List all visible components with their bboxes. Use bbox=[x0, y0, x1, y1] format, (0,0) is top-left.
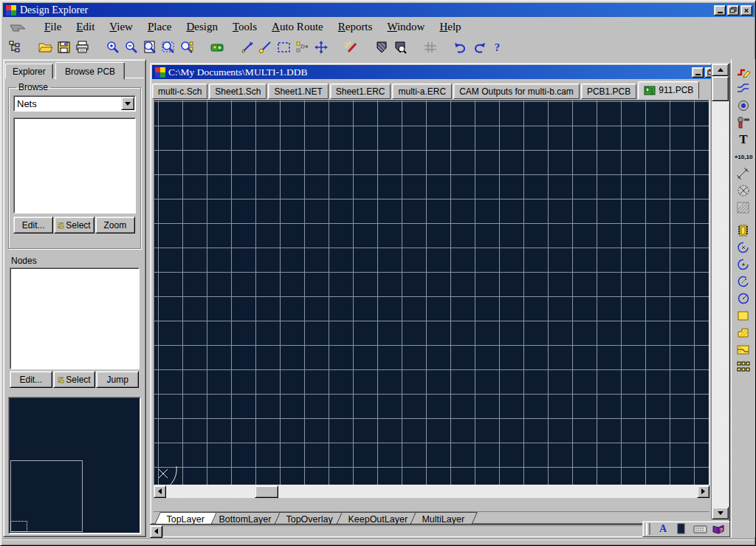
circle-icon[interactable] bbox=[734, 290, 753, 307]
move-icon[interactable] bbox=[312, 39, 330, 55]
outer-scroll-left-button[interactable] bbox=[150, 525, 162, 538]
menu-edit[interactable]: Edit bbox=[69, 19, 102, 35]
library-icon[interactable] bbox=[372, 39, 391, 55]
redo-icon[interactable] bbox=[470, 39, 488, 55]
split-plane-icon[interactable] bbox=[734, 341, 753, 358]
doc-tab-sheet1-sch[interactable]: Sheet1.Sch bbox=[209, 83, 267, 99]
toolbar-grip[interactable] bbox=[646, 523, 650, 535]
doc-tab-cam-outputs-for-multi-b-cam[interactable]: CAM Outputs for multi-b.cam bbox=[453, 83, 580, 99]
grid-icon[interactable] bbox=[421, 39, 439, 55]
pcb-horizontal-scrollbar[interactable] bbox=[154, 485, 709, 498]
menu-view[interactable]: View bbox=[102, 19, 140, 35]
title-bar[interactable]: Design Explorer × bbox=[3, 3, 755, 17]
coordinate-icon[interactable]: +10,10 bbox=[734, 149, 753, 165]
cutout-icon[interactable] bbox=[734, 182, 753, 199]
help-book-icon[interactable]: ? bbox=[710, 522, 726, 536]
menu-file[interactable]: File bbox=[37, 19, 69, 35]
layer-tab-multilayer[interactable]: MultiLayer bbox=[408, 512, 477, 524]
dimension-icon[interactable] bbox=[734, 165, 753, 182]
zoom-in-icon[interactable] bbox=[103, 39, 122, 55]
nets-zoom-button[interactable]: Zoom bbox=[95, 216, 135, 233]
string-icon[interactable]: T bbox=[734, 132, 753, 148]
component-icon[interactable] bbox=[734, 222, 753, 239]
menu-design[interactable]: Design bbox=[179, 19, 225, 35]
zoom-out-icon[interactable] bbox=[122, 39, 140, 55]
cutter-icon[interactable] bbox=[238, 39, 256, 55]
vertical-scroll-thumb[interactable] bbox=[712, 76, 729, 101]
pcb-vertical-scrollbar[interactable] bbox=[711, 64, 729, 519]
cross-probe-icon[interactable] bbox=[207, 39, 226, 55]
layer-tab-bottomlayer[interactable]: BottomLayer bbox=[206, 512, 285, 524]
keyboard-icon[interactable] bbox=[692, 522, 708, 536]
help-icon[interactable]: ? bbox=[488, 39, 506, 55]
doc-tab-sheet1-net[interactable]: Sheet1.NET bbox=[268, 83, 328, 99]
wizard-icon[interactable] bbox=[342, 39, 360, 55]
pad-icon[interactable] bbox=[734, 98, 753, 114]
tab-browse-pcb[interactable]: Browse PCB bbox=[55, 62, 125, 80]
browse-mode-select[interactable]: Nets bbox=[13, 95, 136, 112]
scroll-left-button[interactable] bbox=[154, 485, 166, 498]
document-title-bar[interactable]: C:\My Documents\MULTI-1.DDB bbox=[152, 65, 728, 79]
minimize-button[interactable] bbox=[714, 5, 726, 16]
nodes-select-button[interactable]: Select bbox=[53, 371, 96, 388]
menu-reports[interactable]: Reports bbox=[331, 19, 380, 35]
doc-tab-pcb1-pcb[interactable]: PCB1.PCB bbox=[581, 83, 636, 99]
paste-array-icon[interactable] bbox=[734, 358, 753, 375]
open-document-icon[interactable] bbox=[36, 39, 55, 55]
layer-tab-toplayer[interactable]: TopLayer bbox=[154, 512, 217, 524]
menu-place[interactable]: Place bbox=[140, 19, 179, 35]
nets-edit-button[interactable]: Edit... bbox=[13, 216, 53, 233]
menu-window[interactable]: Window bbox=[379, 19, 432, 35]
letter-a-icon[interactable]: A bbox=[655, 522, 671, 536]
menu-help[interactable]: Help bbox=[432, 19, 468, 35]
arc-edge-icon[interactable] bbox=[734, 239, 753, 256]
zoom-selection-icon[interactable] bbox=[177, 39, 196, 55]
deselect-icon[interactable] bbox=[293, 39, 312, 55]
print-icon[interactable] bbox=[73, 39, 92, 55]
doc-tab-sheet1-erc[interactable]: Sheet1.ERC bbox=[330, 83, 391, 99]
close-button[interactable]: × bbox=[740, 5, 752, 16]
nets-select-button[interactable]: Select bbox=[54, 216, 94, 233]
doc-tab-multi-a-erc[interactable]: multi-a.ERC bbox=[392, 83, 452, 99]
library-browse-icon[interactable] bbox=[391, 39, 409, 55]
minimap-viewport[interactable] bbox=[10, 521, 27, 532]
interactive-routing-icon[interactable] bbox=[734, 64, 753, 80]
probe-icon[interactable] bbox=[256, 39, 275, 55]
arc-angle-icon[interactable] bbox=[734, 273, 753, 290]
menu-auto-route[interactable]: Auto Route bbox=[264, 19, 331, 35]
scroll-right-button[interactable] bbox=[697, 485, 709, 498]
tab-explorer[interactable]: Explorer bbox=[5, 64, 53, 79]
zoom-area-icon[interactable] bbox=[159, 39, 177, 55]
doc-tab-911-pcb[interactable]: 911.PCB bbox=[638, 81, 699, 99]
combo-dropdown-button[interactable] bbox=[121, 97, 134, 110]
save-icon[interactable] bbox=[55, 39, 73, 55]
pcb-canvas[interactable] bbox=[154, 100, 709, 485]
nodes-listbox[interactable] bbox=[10, 267, 140, 369]
track-icon[interactable] bbox=[734, 81, 753, 97]
doc-minimize-button[interactable] bbox=[692, 67, 704, 78]
scroll-up-button[interactable] bbox=[712, 64, 729, 76]
nodes-jump-button[interactable]: Jump bbox=[96, 371, 139, 388]
arc-center-icon[interactable] bbox=[734, 256, 753, 273]
button-label: Select bbox=[66, 375, 90, 385]
menu-tools[interactable]: Tools bbox=[225, 19, 264, 35]
via-icon[interactable] bbox=[734, 115, 753, 131]
menu-grip-arrow-icon[interactable] bbox=[9, 21, 34, 33]
doc-tab-multi-c-sch[interactable]: multi-c.Sch bbox=[152, 83, 207, 99]
fill-icon[interactable] bbox=[734, 307, 753, 324]
hatched-fill-icon[interactable] bbox=[734, 199, 753, 216]
maximize-button[interactable] bbox=[727, 5, 739, 16]
board-minimap[interactable] bbox=[8, 397, 141, 534]
design-manager-icon[interactable] bbox=[6, 39, 24, 55]
layer-tab-topoverlay[interactable]: TopOverlay bbox=[272, 512, 346, 524]
nets-listbox[interactable] bbox=[13, 117, 136, 214]
layer-tab-keepoutlayer[interactable]: KeepOutLayer bbox=[334, 512, 420, 524]
scroll-down-button[interactable] bbox=[712, 507, 729, 519]
zoom-document-icon[interactable] bbox=[140, 39, 159, 55]
polygon-plane-icon[interactable] bbox=[734, 324, 753, 341]
undo-icon[interactable] bbox=[451, 39, 470, 55]
horizontal-scroll-thumb[interactable] bbox=[255, 485, 278, 498]
nodes-edit-button[interactable]: Edit... bbox=[10, 371, 52, 388]
select-area-icon[interactable] bbox=[275, 39, 293, 55]
panel-icon[interactable] bbox=[673, 522, 690, 536]
